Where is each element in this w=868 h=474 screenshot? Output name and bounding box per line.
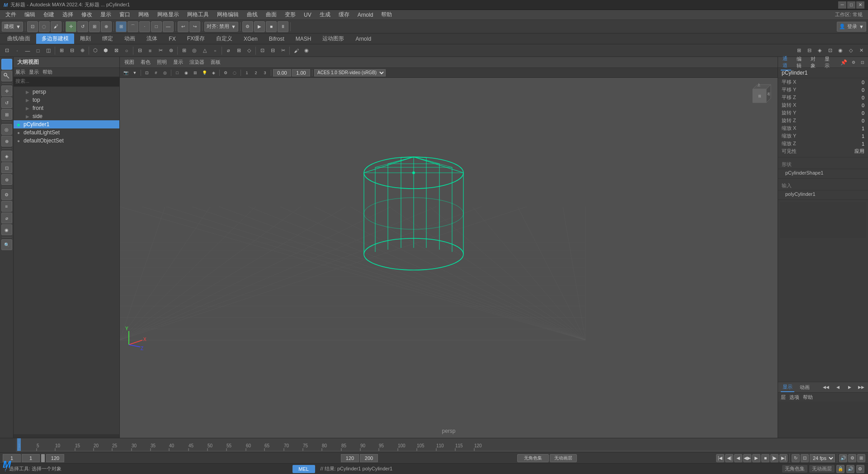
rp-btab-anim[interactable]: 动画 [798,383,811,392]
marking-menu-tool[interactable]: ⊛ [1,174,12,185]
snap-dropdown[interactable]: 对齐: 禁用 ▼ [204,22,238,32]
right-toolbar-4[interactable]: ⊡ [825,46,835,56]
tab-mash[interactable]: MASH [290,34,317,43]
vp-quality-3[interactable]: 3 [261,69,269,77]
pb-step-back[interactable]: ◀ [734,454,742,462]
move-tool[interactable]: ✛ [1,85,12,96]
pb-play-back[interactable]: ◀▶ [743,454,751,462]
layer-manager-side[interactable]: ≡ [1,201,12,212]
outliner-item-top[interactable]: ▶ top [14,96,119,104]
vp-menu-panel[interactable]: 面板 [209,58,222,66]
right-toolbar-6[interactable]: ◇ [846,46,856,56]
vp-settings-btn[interactable]: ⚙ [222,69,230,77]
tab-custom[interactable]: 自定义 [211,33,238,44]
move-btn[interactable]: ✛ [66,21,76,32]
skin-cluster-status[interactable]: 无角色集 [782,465,807,473]
anim-layer-status[interactable]: 无动画层 [809,465,835,473]
tab-fluid[interactable]: 流体 [141,33,163,44]
fill-hole-btn[interactable]: ○ [122,46,132,56]
vp-quality-2[interactable]: 2 [252,69,260,77]
vp-menu-view[interactable]: 视图 [123,58,136,66]
vp-menu-show[interactable]: 显示 [171,58,185,66]
menu-select[interactable]: 选择 [59,10,77,19]
sculpt-tool[interactable]: ⊕ [1,136,12,147]
attr-val-sz[interactable]: 1 [851,141,864,147]
connect-btn[interactable]: ⊛ [166,46,176,56]
right-toolbar-5[interactable]: ◉ [835,46,845,56]
render-settings-btn[interactable]: ⚙ [242,21,253,32]
status-sound-btn[interactable]: 🔊 [846,465,854,473]
skin-cluster-btn[interactable]: 无角色集 [517,454,549,462]
rp-menu-layer[interactable]: 层 [781,394,786,401]
pb-loop-btn[interactable]: ↻ [792,454,800,462]
cut-uv-btn[interactable]: ✂ [278,46,288,56]
right-toolbar-7[interactable]: ✕ [856,46,866,56]
tab-arnold-tab[interactable]: Arnold [350,34,377,43]
right-toolbar-3[interactable]: ◈ [815,46,825,56]
status-lock-btn[interactable]: 🔒 [836,465,844,473]
magnify-tool[interactable]: 🔍 [1,239,12,250]
rp-menu-help[interactable]: 帮助 [803,394,813,401]
pb-next-key[interactable]: |▶ [770,454,778,462]
menu-curves[interactable]: 曲线 [243,10,261,19]
rp-menu-options[interactable]: 选项 [789,394,799,401]
history-btn[interactable]: ↩ [178,21,189,32]
view-cube[interactable]: 上 前 右 [746,82,773,109]
outliner-scrollbar-h[interactable] [14,434,119,438]
uv-editor-btn[interactable]: ⊡ [257,46,267,56]
smooth-btn[interactable]: ◎ [189,46,199,56]
tab-animation[interactable]: 动画 [119,33,141,44]
show-hide-tool[interactable]: ◈ [1,151,12,161]
scale-tool[interactable]: ⊞ [1,109,12,120]
combine-btn[interactable]: ⊞ [57,46,66,56]
right-toolbar-2[interactable]: ⊟ [804,46,814,56]
playback-current-frame[interactable] [22,454,40,462]
redo-btn[interactable]: ↪ [189,21,200,32]
outliner-item-persp[interactable]: ▶ persp [14,88,119,96]
lattice-btn[interactable]: ⊞ [234,46,244,56]
input-item-polyCylinder1[interactable]: polyCylinder1 [778,190,868,198]
attr-val-tz[interactable]: 0 [851,95,864,100]
timeline[interactable]: 1 5 10 15 20 25 30 35 40 45 50 55 60 [0,438,868,452]
playback-display-start[interactable] [341,454,359,462]
attr-val-sy[interactable]: 1 [851,133,864,139]
vp-quality-1[interactable]: 1 [243,69,251,77]
pause-btn[interactable]: ⏸ [278,21,288,32]
cluster-btn[interactable]: ◇ [244,46,254,56]
unfold-btn[interactable]: ⊟ [268,46,278,56]
quadrangulate-btn[interactable]: ▫ [210,46,220,56]
menu-mesh[interactable]: 网格 [135,10,153,19]
deform-btn[interactable]: ⌀ [223,46,233,56]
soft-select-tool[interactable]: ◎ [1,124,12,135]
vp-perspective-btn[interactable]: ⊡ [143,69,151,77]
select-tool[interactable] [1,59,12,70]
render-btn[interactable]: ▶ [254,21,265,32]
tab-bifrost[interactable]: Bifrost [264,34,290,43]
maximize-button[interactable]: □ [847,1,855,9]
menu-modify[interactable]: 修改 [78,10,96,19]
universal-btn[interactable]: ⊕ [101,21,112,32]
render-settings-side[interactable]: ⚙ [1,189,12,200]
pb-audio-btn[interactable]: 🔊 [839,454,847,462]
vp-select-camera-btn[interactable]: ▼ [131,69,139,77]
tab-sculpt[interactable]: 雕刻 [75,33,96,44]
boolean-btn[interactable]: ⊕ [77,46,87,56]
outliner-item-front[interactable]: ▶ front [14,104,119,112]
vp-menu-renderer[interactable]: 渲染器 [188,58,206,66]
rp-expand-btn[interactable]: ⊡ [860,58,865,66]
vp-exposure-input[interactable] [273,69,291,76]
menu-generate[interactable]: 生成 [316,10,334,19]
vp-camera-btn[interactable]: 📷 [122,69,130,77]
tab-curves-surfaces[interactable]: 曲线/曲面 [2,33,36,44]
right-toolbar-1[interactable]: ⊞ [794,46,804,56]
tab-fx-cache[interactable]: FX缓存 [182,33,210,44]
vp-color-mode-select[interactable]: ACES 1.0 SDR-video (sRGB) [314,69,386,76]
vp-shading-lights[interactable]: 💡 [200,69,208,77]
paint-btn[interactable]: 🖌 [51,21,61,32]
menu-mesh-display[interactable]: 网格显示 [154,10,183,19]
outliner-item-pCylinder1[interactable]: ◆ pCylinder1 [14,120,119,128]
outliner-menu-help[interactable]: 帮助 [42,69,52,76]
vp-gamma-input[interactable] [292,69,310,76]
menu-deform[interactable]: 变形 [281,10,299,19]
bridge-btn[interactable]: ⊠ [111,46,121,56]
